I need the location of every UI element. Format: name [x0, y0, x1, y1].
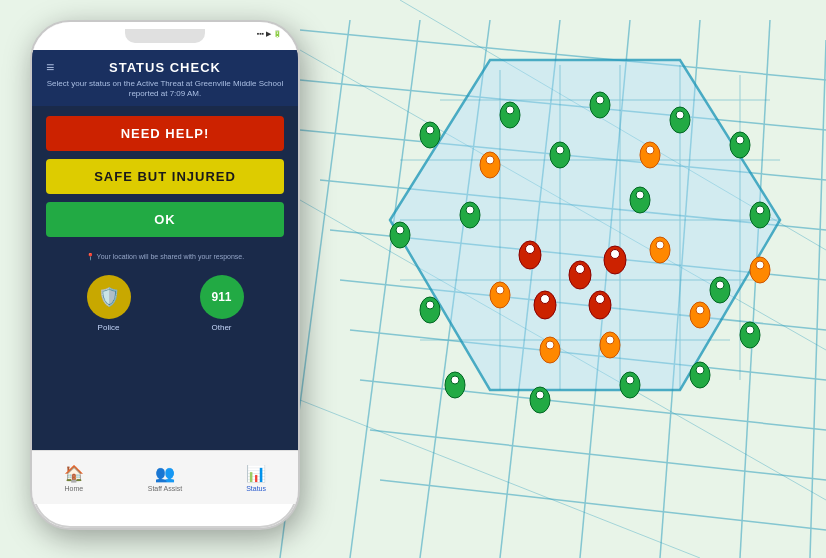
phone-frame: ▪▪▪ ▶ 🔋 ≡ STATUS CHECK Select your statu… — [30, 20, 300, 530]
screen-subtitle: Select your status on the Active Threat … — [44, 79, 286, 100]
police-label: Police — [98, 323, 120, 332]
phone-status-icons: ▪▪▪ ▶ 🔋 — [257, 30, 282, 38]
nav-home[interactable]: 🏠 Home — [64, 464, 84, 492]
screen-header: STATUS CHECK Select your status on the A… — [32, 50, 298, 106]
safe-injured-button[interactable]: SAFE BUT INJURED — [46, 159, 284, 194]
nav-staff-assist[interactable]: 👥 Staff Assist — [148, 464, 183, 492]
screen-title: STATUS CHECK — [44, 60, 286, 75]
nav-home-label: Home — [65, 485, 84, 492]
other-label: Other — [211, 323, 231, 332]
nav-staff-label: Staff Assist — [148, 485, 183, 492]
staff-icon: 👥 — [155, 464, 175, 483]
phone-screen: ≡ STATUS CHECK Select your status on the… — [32, 50, 298, 450]
ok-button[interactable]: OK — [46, 202, 284, 237]
phone-device: ▪▪▪ ▶ 🔋 ≡ STATUS CHECK Select your statu… — [30, 20, 320, 540]
911-icon: 911 — [200, 275, 244, 319]
home-icon: 🏠 — [64, 464, 84, 483]
need-help-button[interactable]: NEED HELP! — [46, 116, 284, 151]
other-911-button[interactable]: 911 Other — [200, 275, 244, 332]
nav-status[interactable]: 📊 Status — [246, 464, 266, 492]
bottom-nav: 🏠 Home 👥 Staff Assist 📊 Status — [32, 450, 298, 504]
phone-notch — [125, 29, 205, 43]
police-icon: 🛡️ — [87, 275, 131, 319]
phone-top-bar: ▪▪▪ ▶ 🔋 — [32, 22, 298, 50]
quick-actions: 🛡️ Police 911 Other — [32, 267, 298, 340]
hamburger-menu-icon[interactable]: ≡ — [46, 59, 54, 75]
police-button[interactable]: 🛡️ Police — [87, 275, 131, 332]
status-buttons: NEED HELP! SAFE BUT INJURED OK — [32, 106, 298, 247]
status-nav-icon: 📊 — [246, 464, 266, 483]
location-note: 📍 Your location will be shared with your… — [32, 247, 298, 267]
nav-status-label: Status — [246, 485, 266, 492]
